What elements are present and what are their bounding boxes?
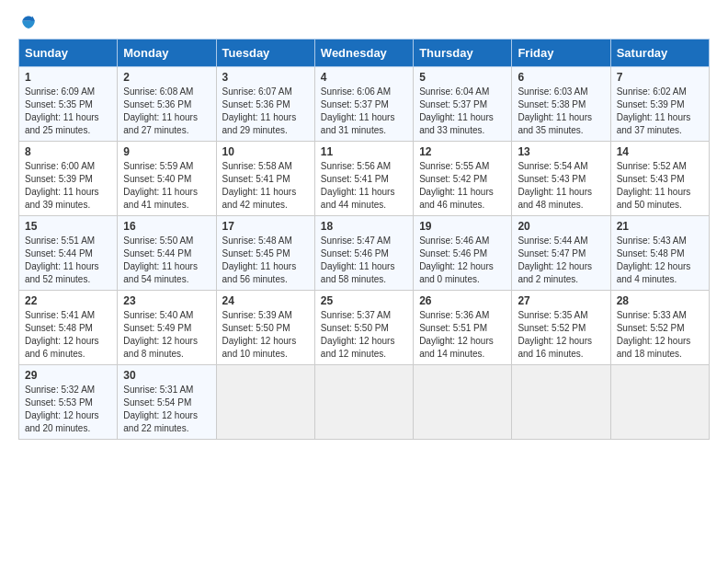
weekday-header-saturday: Saturday [610, 40, 709, 67]
day-number: 5 [419, 71, 506, 84]
day-number: 29 [25, 369, 111, 382]
cell-details: Sunrise: 5:54 AMSunset: 5:43 PMDaylight:… [518, 161, 592, 210]
cell-details: Sunrise: 6:02 AMSunset: 5:39 PMDaylight:… [617, 86, 691, 135]
page-header [18, 15, 710, 31]
cell-details: Sunrise: 5:46 AMSunset: 5:46 PMDaylight:… [419, 236, 494, 284]
calendar-cell: 19 Sunrise: 5:46 AMSunset: 5:46 PMDaylig… [414, 216, 512, 291]
calendar-cell: 21 Sunrise: 5:43 AMSunset: 5:48 PMDaylig… [610, 216, 709, 291]
cell-details: Sunrise: 6:00 AMSunset: 5:39 PMDaylight:… [25, 161, 99, 210]
day-number: 18 [321, 220, 407, 233]
cell-details: Sunrise: 5:58 AMSunset: 5:41 PMDaylight:… [222, 161, 297, 210]
calendar-cell: 13 Sunrise: 5:54 AMSunset: 5:43 PMDaylig… [512, 142, 610, 216]
cell-details: Sunrise: 5:39 AMSunset: 5:50 PMDaylight:… [222, 310, 297, 359]
day-number: 3 [222, 71, 309, 84]
cell-details: Sunrise: 5:47 AMSunset: 5:46 PMDaylight:… [321, 236, 395, 284]
calendar-cell [216, 365, 314, 440]
calendar-week-row: 8 Sunrise: 6:00 AMSunset: 5:39 PMDayligh… [19, 142, 710, 216]
weekday-header-wednesday: Wednesday [314, 40, 413, 67]
day-number: 8 [25, 145, 111, 158]
cell-details: Sunrise: 6:07 AMSunset: 5:36 PMDaylight:… [222, 86, 297, 135]
calendar-cell: 8 Sunrise: 6:00 AMSunset: 5:39 PMDayligh… [19, 142, 118, 216]
calendar-cell: 12 Sunrise: 5:55 AMSunset: 5:42 PMDaylig… [414, 142, 512, 216]
cell-details: Sunrise: 6:06 AMSunset: 5:37 PMDaylight:… [321, 86, 395, 135]
day-number: 26 [419, 294, 506, 307]
day-number: 20 [518, 220, 604, 233]
calendar-cell: 20 Sunrise: 5:44 AMSunset: 5:47 PMDaylig… [512, 216, 610, 291]
cell-details: Sunrise: 5:33 AMSunset: 5:52 PMDaylight:… [617, 310, 691, 359]
day-number: 10 [222, 145, 309, 158]
day-number: 24 [222, 294, 309, 307]
cell-details: Sunrise: 5:36 AMSunset: 5:51 PMDaylight:… [419, 310, 494, 359]
calendar-cell [414, 365, 512, 440]
calendar-cell: 27 Sunrise: 5:35 AMSunset: 5:52 PMDaylig… [512, 291, 610, 365]
calendar-cell: 24 Sunrise: 5:39 AMSunset: 5:50 PMDaylig… [216, 291, 314, 365]
day-number: 30 [123, 369, 210, 382]
calendar-cell: 23 Sunrise: 5:40 AMSunset: 5:49 PMDaylig… [118, 291, 216, 365]
calendar-week-row: 15 Sunrise: 5:51 AMSunset: 5:44 PMDaylig… [19, 216, 710, 291]
calendar-cell: 18 Sunrise: 5:47 AMSunset: 5:46 PMDaylig… [314, 216, 413, 291]
cell-details: Sunrise: 5:56 AMSunset: 5:41 PMDaylight:… [321, 161, 395, 210]
day-number: 13 [518, 145, 604, 158]
day-number: 16 [123, 220, 210, 233]
day-number: 17 [222, 220, 309, 233]
cell-details: Sunrise: 5:51 AMSunset: 5:44 PMDaylight:… [25, 236, 99, 284]
cell-details: Sunrise: 6:03 AMSunset: 5:38 PMDaylight:… [518, 86, 592, 135]
weekday-header-sunday: Sunday [19, 40, 118, 67]
cell-details: Sunrise: 5:40 AMSunset: 5:49 PMDaylight:… [123, 310, 198, 359]
weekday-header-row: SundayMondayTuesdayWednesdayThursdayFrid… [19, 40, 710, 67]
cell-details: Sunrise: 5:32 AMSunset: 5:53 PMDaylight:… [25, 385, 99, 433]
cell-details: Sunrise: 5:41 AMSunset: 5:48 PMDaylight:… [25, 310, 99, 359]
cell-details: Sunrise: 5:37 AMSunset: 5:50 PMDaylight:… [321, 310, 395, 359]
calendar-cell: 17 Sunrise: 5:48 AMSunset: 5:45 PMDaylig… [216, 216, 314, 291]
calendar-cell: 3 Sunrise: 6:07 AMSunset: 5:36 PMDayligh… [216, 67, 314, 142]
day-number: 1 [25, 71, 111, 84]
day-number: 6 [518, 71, 604, 84]
calendar-cell: 28 Sunrise: 5:33 AMSunset: 5:52 PMDaylig… [610, 291, 709, 365]
calendar-cell: 7 Sunrise: 6:02 AMSunset: 5:39 PMDayligh… [610, 67, 709, 142]
day-number: 9 [123, 145, 210, 158]
day-number: 28 [617, 294, 703, 307]
day-number: 27 [518, 294, 604, 307]
cell-details: Sunrise: 5:44 AMSunset: 5:47 PMDaylight:… [518, 236, 592, 284]
calendar-cell: 9 Sunrise: 5:59 AMSunset: 5:40 PMDayligh… [118, 142, 216, 216]
calendar-cell [314, 365, 413, 440]
calendar-cell: 6 Sunrise: 6:03 AMSunset: 5:38 PMDayligh… [512, 67, 610, 142]
day-number: 7 [617, 71, 703, 84]
cell-details: Sunrise: 5:35 AMSunset: 5:52 PMDaylight:… [518, 310, 592, 359]
calendar-cell: 16 Sunrise: 5:50 AMSunset: 5:44 PMDaylig… [118, 216, 216, 291]
cell-details: Sunrise: 5:43 AMSunset: 5:48 PMDaylight:… [617, 236, 691, 284]
calendar-cell: 2 Sunrise: 6:08 AMSunset: 5:36 PMDayligh… [118, 67, 216, 142]
weekday-header-monday: Monday [118, 40, 216, 67]
calendar-cell [610, 365, 709, 440]
weekday-header-tuesday: Tuesday [216, 40, 314, 67]
day-number: 14 [617, 145, 703, 158]
cell-details: Sunrise: 6:04 AMSunset: 5:37 PMDaylight:… [419, 86, 494, 135]
calendar-cell: 29 Sunrise: 5:32 AMSunset: 5:53 PMDaylig… [19, 365, 118, 440]
day-number: 4 [321, 71, 407, 84]
logo [18, 15, 37, 31]
calendar-cell: 11 Sunrise: 5:56 AMSunset: 5:41 PMDaylig… [314, 142, 413, 216]
logo-icon [20, 15, 37, 31]
day-number: 19 [419, 220, 506, 233]
calendar-cell: 30 Sunrise: 5:31 AMSunset: 5:54 PMDaylig… [118, 365, 216, 440]
calendar-cell: 1 Sunrise: 6:09 AMSunset: 5:35 PMDayligh… [19, 67, 118, 142]
calendar-cell: 25 Sunrise: 5:37 AMSunset: 5:50 PMDaylig… [314, 291, 413, 365]
cell-details: Sunrise: 5:48 AMSunset: 5:45 PMDaylight:… [222, 236, 297, 284]
calendar-week-row: 29 Sunrise: 5:32 AMSunset: 5:53 PMDaylig… [19, 365, 710, 440]
day-number: 12 [419, 145, 506, 158]
day-number: 15 [25, 220, 111, 233]
cell-details: Sunrise: 5:59 AMSunset: 5:40 PMDaylight:… [123, 161, 198, 210]
calendar-cell: 5 Sunrise: 6:04 AMSunset: 5:37 PMDayligh… [414, 67, 512, 142]
calendar-cell: 4 Sunrise: 6:06 AMSunset: 5:37 PMDayligh… [314, 67, 413, 142]
cell-details: Sunrise: 6:08 AMSunset: 5:36 PMDaylight:… [123, 86, 198, 135]
cell-details: Sunrise: 5:31 AMSunset: 5:54 PMDaylight:… [123, 385, 198, 433]
calendar-table: SundayMondayTuesdayWednesdayThursdayFrid… [18, 39, 710, 440]
day-number: 2 [123, 71, 210, 84]
calendar-cell [512, 365, 610, 440]
day-number: 23 [123, 294, 210, 307]
weekday-header-thursday: Thursday [414, 40, 512, 67]
day-number: 11 [321, 145, 407, 158]
calendar-cell: 26 Sunrise: 5:36 AMSunset: 5:51 PMDaylig… [414, 291, 512, 365]
cell-details: Sunrise: 6:09 AMSunset: 5:35 PMDaylight:… [25, 86, 99, 135]
day-number: 21 [617, 220, 703, 233]
